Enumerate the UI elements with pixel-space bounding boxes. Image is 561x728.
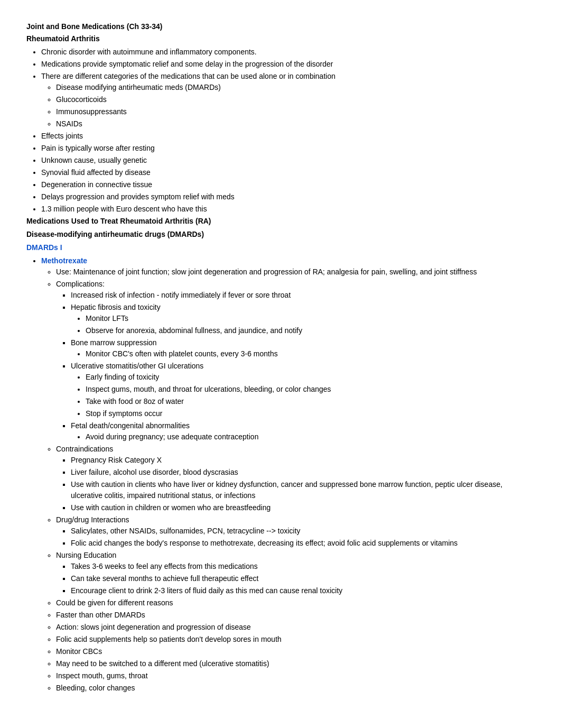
additional-7: Bleeding, color changes bbox=[56, 683, 535, 694]
comp1-sub: Monitor LFTs Observe for anorexia, abdom… bbox=[86, 313, 535, 336]
subcat-4: NSAIDs bbox=[56, 118, 535, 130]
nursing-2: Encourage client to drink 2-3 liters of … bbox=[71, 585, 535, 596]
complications-list: Increased risk of infection - notify imm… bbox=[71, 290, 535, 443]
intro-item-3: There are different categories of the me… bbox=[41, 71, 535, 130]
more-bullet-5: Degeneration in connective tissue bbox=[41, 179, 535, 190]
nursing-0: Takes 3-6 weeks to feel any effects from… bbox=[71, 561, 535, 572]
page-wrapper: Joint and Bone Medications (Ch 33-34) Rh… bbox=[26, 21, 535, 694]
additional-6: Inspect mouth, gums, throat bbox=[56, 670, 535, 681]
methotrexate-item: Methotrexate Use: Maintenance of joint f… bbox=[41, 255, 535, 694]
page-title: Joint and Bone Medications (Ch 33-34) bbox=[26, 21, 535, 32]
comp3-sub-1: Inspect gums, mouth, and throat for ulce… bbox=[86, 384, 535, 395]
more-bullet-2: Pain is typically worse after resting bbox=[41, 143, 535, 154]
contra-2: Use with caution in clients who have liv… bbox=[71, 479, 535, 501]
complications-item: Complications: Increased risk of infecti… bbox=[56, 279, 535, 443]
complication-1: Hepatic fibrosis and toxicity Monitor LF… bbox=[71, 302, 535, 336]
subcat-2: Glucocorticoids bbox=[56, 94, 535, 105]
comp1-sub-1: Observe for anorexia, abdominal fullness… bbox=[86, 325, 535, 336]
subcat-3: Immunosuppressants bbox=[56, 106, 535, 117]
comp3-sub: Early finding of toxicity Inspect gums, … bbox=[86, 372, 535, 419]
complication-2: Bone marrow suppression Monitor CBC's of… bbox=[71, 337, 535, 360]
additional-2: Action: slows joint degeneration and pro… bbox=[56, 622, 535, 633]
comp4-sub: Avoid during pregnancy; use adequate con… bbox=[86, 431, 535, 443]
intro-item-2: Medications provide symptomatic relief a… bbox=[41, 59, 535, 70]
nursing-education-item: Nursing Education Takes 3-6 weeks to fee… bbox=[56, 550, 535, 596]
intro-list: Chronic disorder with autoimmune and inf… bbox=[41, 47, 535, 215]
more-bullet-3: Unknown cause, usually genetic bbox=[41, 155, 535, 166]
more-bullet-1: Effects joints bbox=[41, 131, 535, 142]
drug-int-0: Salicylates, other NSAIDs, sulfonamides,… bbox=[71, 526, 535, 537]
comp2-sub-0: Monitor CBC's often with platelet counts… bbox=[86, 348, 535, 360]
contraindications-item: Contraindications Pregnancy Risk Categor… bbox=[56, 444, 535, 513]
drug-interactions-item: Drug/drug Interactions Salicylates, othe… bbox=[56, 514, 535, 549]
more-bullet-6: Delays progression and provides symptom … bbox=[41, 191, 535, 202]
section2-title: Medications Used to Treat Rheumatoid Art… bbox=[26, 216, 535, 227]
comp3-sub-2: Take with food or 8oz of water bbox=[86, 396, 535, 407]
additional-5: May need to be switched to a different m… bbox=[56, 658, 535, 669]
dmards-heading: DMARDs I bbox=[26, 242, 535, 253]
contraindications-list: Pregnancy Risk Category X Liver failure,… bbox=[71, 455, 535, 513]
drug-int-1: Folic acid changes the body's response t… bbox=[71, 538, 535, 549]
comp4-sub-0: Avoid during pregnancy; use adequate con… bbox=[86, 431, 535, 443]
comp3-sub-0: Early finding of toxicity bbox=[86, 372, 535, 383]
subcategories-list: Disease modifying antirheumatic meds (DM… bbox=[56, 82, 535, 130]
complication-4: Fetal death/congenital abnormalities Avo… bbox=[71, 420, 535, 443]
additional-1: Faster than other DMARDs bbox=[56, 610, 535, 621]
nursing-1: Can take several months to achieve full … bbox=[71, 573, 535, 584]
more-bullet-7: 1.3 million people with Euro descent who… bbox=[41, 204, 535, 215]
section-subtitle: Rheumatoid Arthritis bbox=[26, 33, 535, 44]
methotrexate-details: Use: Maintenance of joint function; slow… bbox=[56, 266, 535, 694]
methotrexate-label: Methotrexate bbox=[41, 256, 87, 265]
comp1-sub-0: Monitor LFTs bbox=[86, 313, 535, 324]
contra-0: Pregnancy Risk Category X bbox=[71, 455, 535, 466]
drug-interactions-list: Salicylates, other NSAIDs, sulfonamides,… bbox=[71, 526, 535, 549]
additional-0: Could be given for different reasons bbox=[56, 597, 535, 609]
contra-3: Use with caution in children or women wh… bbox=[71, 502, 535, 513]
additional-4: Monitor CBCs bbox=[56, 646, 535, 657]
additional-3: Folic acid supplements help so patients … bbox=[56, 634, 535, 645]
nursing-education-list: Takes 3-6 weeks to feel any effects from… bbox=[71, 561, 535, 596]
use-item: Use: Maintenance of joint function; slow… bbox=[56, 266, 535, 278]
complication-3: Ulcerative stomatitis/other GI ulceratio… bbox=[71, 361, 535, 419]
comp2-sub: Monitor CBC's often with platelet counts… bbox=[86, 348, 535, 360]
dmards-list: Methotrexate Use: Maintenance of joint f… bbox=[41, 255, 535, 694]
complication-0: Increased risk of infection - notify imm… bbox=[71, 290, 535, 301]
comp3-sub-3: Stop if symptoms occur bbox=[86, 408, 535, 419]
contra-1: Liver failure, alcohol use disorder, blo… bbox=[71, 467, 535, 478]
more-bullet-4: Synovial fluid affected by disease bbox=[41, 167, 535, 178]
section3-title: Disease-modifying antirheumatic drugs (D… bbox=[26, 229, 535, 240]
subcat-1: Disease modifying antirheumatic meds (DM… bbox=[56, 82, 535, 93]
intro-item-1: Chronic disorder with autoimmune and inf… bbox=[41, 47, 535, 58]
